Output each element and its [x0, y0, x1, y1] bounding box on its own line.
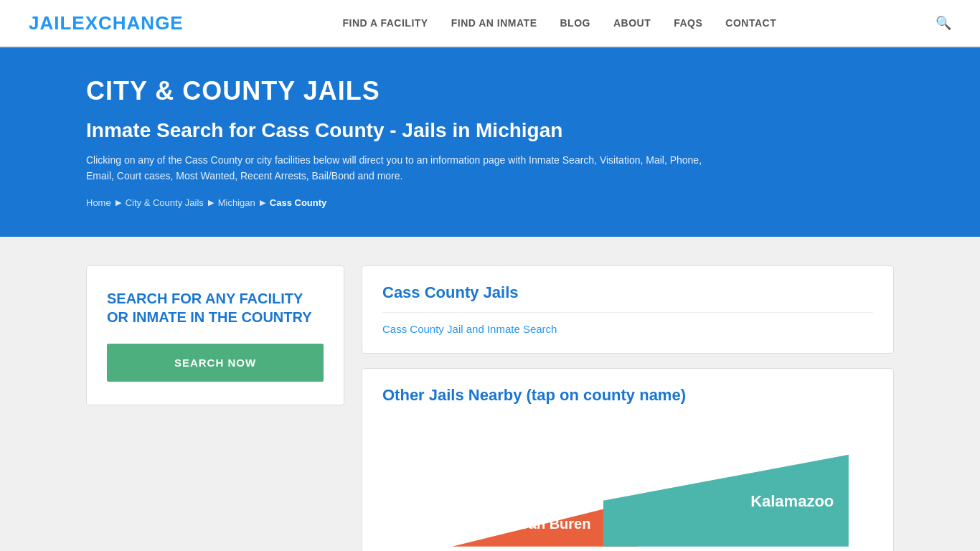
- hero-section: CITY & COUNTY JAILS Inmate Search for Ca…: [0, 47, 980, 237]
- logo-jail: JAIL: [29, 12, 72, 34]
- van-buren-label: Van Buren: [520, 516, 591, 532]
- map-segment-kalamazoo[interactable]: [603, 432, 849, 547]
- search-card: SEARCH FOR ANY FACILITY OR INMATE IN THE…: [86, 265, 344, 405]
- breadcrumb-sep-1: ▶: [116, 198, 121, 207]
- nav-item-find-inmate[interactable]: FIND AN INMATE: [451, 17, 537, 29]
- navbar: JAILEXCHANGE FIND A FACILITY FIND AN INM…: [0, 0, 980, 47]
- search-icon[interactable]: 🔍: [936, 15, 951, 31]
- breadcrumb-sep-3: ▶: [260, 198, 265, 207]
- hero-subtitle: Inmate Search for Cass County - Jails in…: [86, 119, 894, 142]
- search-now-button[interactable]: SEARCH NOW: [107, 344, 324, 382]
- cass-county-jail-link[interactable]: Cass County Jail and Inmate Search: [382, 323, 557, 335]
- breadcrumb-home[interactable]: Home: [86, 197, 111, 208]
- breadcrumb-sep-2: ▶: [208, 198, 214, 207]
- nearby-map: Van Buren Kalamazoo: [382, 418, 873, 547]
- kalamazoo-label: Kalamazoo: [750, 492, 834, 511]
- cass-county-card: Cass County Jails Cass County Jail and I…: [362, 265, 894, 354]
- nearby-jails-card: Other Jails Nearby (tap on county name) …: [362, 368, 894, 551]
- page-title: CITY & COUNTY JAILS: [86, 76, 894, 106]
- nearby-jails-title: Other Jails Nearby (tap on county name): [382, 386, 873, 405]
- breadcrumb-michigan[interactable]: Michigan: [218, 197, 255, 208]
- hero-description: Clicking on any of the Cass County or ci…: [86, 152, 732, 184]
- breadcrumb-current: Cass County: [270, 197, 326, 208]
- breadcrumb-city-county[interactable]: City & County Jails: [126, 197, 204, 208]
- divider: [382, 312, 873, 313]
- main-content: SEARCH FOR ANY FACILITY OR INMATE IN THE…: [0, 237, 980, 551]
- nav-item-about[interactable]: ABOUT: [613, 17, 651, 29]
- site-logo[interactable]: JAILEXCHANGE: [29, 12, 184, 34]
- logo-exchange: EXCHANGE: [72, 12, 183, 34]
- nav-item-find-facility[interactable]: FIND A FACILITY: [342, 17, 428, 29]
- nav-links: FIND A FACILITY FIND AN INMATE BLOG ABOU…: [342, 17, 776, 29]
- nav-item-faqs[interactable]: FAQs: [674, 17, 702, 29]
- right-column: Cass County Jails Cass County Jail and I…: [362, 265, 894, 551]
- nav-item-blog[interactable]: BLOG: [560, 17, 590, 29]
- search-card-heading: SEARCH FOR ANY FACILITY OR INMATE IN THE…: [107, 289, 324, 326]
- cass-county-title: Cass County Jails: [382, 283, 873, 302]
- nav-item-contact[interactable]: CONTACT: [725, 17, 776, 29]
- breadcrumb: Home ▶ City & County Jails ▶ Michigan ▶ …: [86, 197, 894, 208]
